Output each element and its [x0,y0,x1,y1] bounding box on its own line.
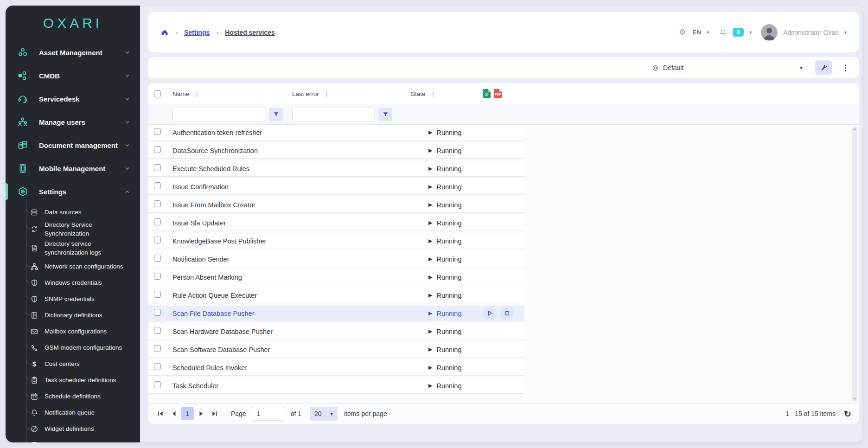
previous-page-button[interactable] [167,407,180,420]
table-row-task-scheduler[interactable]: Task Scheduler▶Running [148,378,524,394]
sidebar-item-servicedesk[interactable]: Servicedesk [6,87,140,110]
language-selector[interactable]: EN [692,29,701,36]
row-checkbox[interactable] [154,182,161,189]
table-row-scheduled-rules-invoker[interactable]: Scheduled Rules Invoker▶Running [148,360,524,376]
table-row-authentication-token-refresher[interactable]: Authentication token refresher▶Running [148,125,524,141]
breadcrumb-settings-link[interactable]: Settings [184,29,210,36]
avatar[interactable] [761,24,778,41]
service-name: Issue From Mailbox Creator [172,201,292,209]
row-checkbox[interactable] [154,363,161,370]
table-row-rule-action-queue-executer[interactable]: Rule Action Queue Executer▶Running [148,288,524,303]
running-play-icon: ▶ [428,184,432,190]
table-row-issue-confirmation[interactable]: Issue Confirmation▶Running [148,179,524,195]
sidebar-item-mobile-management[interactable]: Mobile Management [6,157,140,180]
first-page-button[interactable] [154,407,167,420]
row-checkbox[interactable] [154,273,161,280]
submenu-item-widget-definitions[interactable]: Widget definitions [6,421,140,437]
column-header-last-error[interactable]: Last error [292,90,319,97]
column-menu-icon[interactable]: ⋮ [430,90,436,97]
chevron-down-icon[interactable]: ▾ [749,30,752,35]
submenu-item-schedule-definitions[interactable]: Schedule definitions [6,388,140,404]
name-filter-input[interactable] [172,108,265,122]
table-row-datasource-synchronization[interactable]: DataSource Synchronization▶Running [148,143,524,159]
sidebar-item-manage-users[interactable]: Manage users [6,110,140,134]
row-checkbox[interactable] [154,381,161,388]
row-checkbox[interactable] [154,255,161,262]
row-checkbox[interactable] [154,309,161,316]
table-row-knowledgebase-post-publisher[interactable]: KnowledgeBase Post Publisher▶Running [148,233,524,249]
row-checkbox[interactable] [154,327,161,334]
submenu-item-directory-service-synchronization[interactable]: Directory Service Synchronization [6,220,140,238]
column-menu-icon[interactable]: ⋮ [324,90,330,97]
start-service-button[interactable] [483,307,497,320]
submenu-item-directory-service-synchronization-logs[interactable]: Directory service synchronization logs [6,238,140,258]
submenu-item-label: Task scheduler definitions [45,376,116,384]
submenu-item-notification-queue[interactable]: Notification queue [6,404,140,421]
table-row-scan-file-database-pusher[interactable]: Scan File Database Pusher▶Running [148,306,524,321]
manage-users-icon [17,116,29,128]
view-selector-dropdown[interactable]: Default ▼ [648,60,808,75]
vertical-scrollbar[interactable]: ▲ ▼ [852,126,857,402]
column-header-state[interactable]: State [411,90,426,97]
sidebar-item-settings[interactable]: Settings [6,180,140,203]
stop-service-button[interactable] [500,307,514,320]
sidebar-item-cmdb[interactable]: CMDB [6,64,140,87]
table-row-execute-scheduled-rules[interactable]: Execute Scheduled Rules▶Running [148,161,524,177]
table-row-scan-software-database-pusher[interactable]: Scan Software Database Pusher▶Running [148,342,524,358]
home-icon[interactable] [160,28,169,37]
row-checkbox[interactable] [154,128,161,135]
submenu-item-label: Dictionary definitions [45,311,102,320]
page-1-button[interactable]: 1 [181,407,194,420]
table-row-issue-sla-updater[interactable]: Issue Sla Updater▶Running [148,215,524,231]
next-page-button[interactable] [195,407,208,420]
last-error-filter-input[interactable] [292,108,375,122]
more-options-menu-button[interactable]: ⋮ [839,62,852,74]
user-name[interactable]: Administrator Oxari [783,29,839,36]
notifications-bell-icon[interactable] [719,28,727,37]
row-checkbox[interactable] [154,200,161,207]
submenu-item-forms[interactable]: Forms [6,437,140,442]
table-row-issue-from-mailbox-creator[interactable]: Issue From Mailbox Creator▶Running [148,197,524,213]
submenu-item-dictionary-definitions[interactable]: Dictionary definitions [6,307,140,323]
submenu-item-snmp-credentials[interactable]: SNMP credentials [6,291,140,307]
breadcrumb-current-page[interactable]: Hosted services [225,29,274,36]
row-checkbox[interactable] [154,291,161,298]
settings-gear-icon[interactable]: ⚙ [679,27,686,37]
last-error-filter-button[interactable] [378,108,392,122]
row-checkbox[interactable] [154,237,161,243]
last-page-button[interactable] [208,407,221,420]
table-row-notification-sender[interactable]: Notification Sender▶Running [148,251,524,267]
row-checkbox[interactable] [154,164,161,171]
scroll-down-icon[interactable]: ▼ [852,397,857,401]
scroll-up-icon[interactable]: ▲ [852,127,857,131]
chevron-down-icon[interactable]: ▾ [844,30,847,35]
service-name: Task Scheduler [172,382,292,390]
page-number-input[interactable] [252,407,285,421]
column-header-name[interactable]: Name [172,90,189,97]
row-checkbox[interactable] [154,345,161,352]
submenu-item-mailbox-configurations[interactable]: Mailbox configurations [6,323,140,339]
name-filter-button[interactable] [269,108,283,122]
chevron-down-icon[interactable]: ▾ [707,30,709,35]
submenu-item-windows-credentials[interactable]: Windows credentials [6,275,140,291]
sidebar-item-document-management[interactable]: Document management [6,134,140,157]
submenu-item-task-scheduler-definitions[interactable]: Task scheduler definitions [6,372,140,388]
export-excel-icon[interactable]: X [483,89,491,98]
column-menu-icon[interactable]: ⋮ [194,90,200,97]
table-row-person-absent-marking[interactable]: Person Absent Marking▶Running [148,269,524,285]
notification-count-badge[interactable]: 0 [733,28,744,37]
submenu-item-data-sources[interactable]: Data sources [6,204,140,220]
sidebar-item-asset-management[interactable]: Asset Management [6,41,140,64]
table-row-scan-hardware-database-pusher[interactable]: Scan Hardware Database Pusher▶Running [148,324,524,339]
grid-settings-wrench-button[interactable] [815,60,832,75]
submenu-item-gsm-modem-configurations[interactable]: GSM modem configurations [6,339,140,356]
refresh-icon[interactable]: ↻ [844,410,851,418]
row-checkbox[interactable] [154,218,161,225]
select-all-checkbox[interactable] [154,90,161,97]
page-size-dropdown[interactable]: 20 ▼ [310,407,338,421]
row-checkbox[interactable] [154,146,161,153]
submenu-item-network-scan-configurations[interactable]: Network scan configurations [6,258,140,275]
export-pdf-icon[interactable]: PDF [494,89,502,98]
submenu-item-cost-centers[interactable]: $Cost centers [6,356,140,372]
page-size-value: 20 [314,410,322,417]
